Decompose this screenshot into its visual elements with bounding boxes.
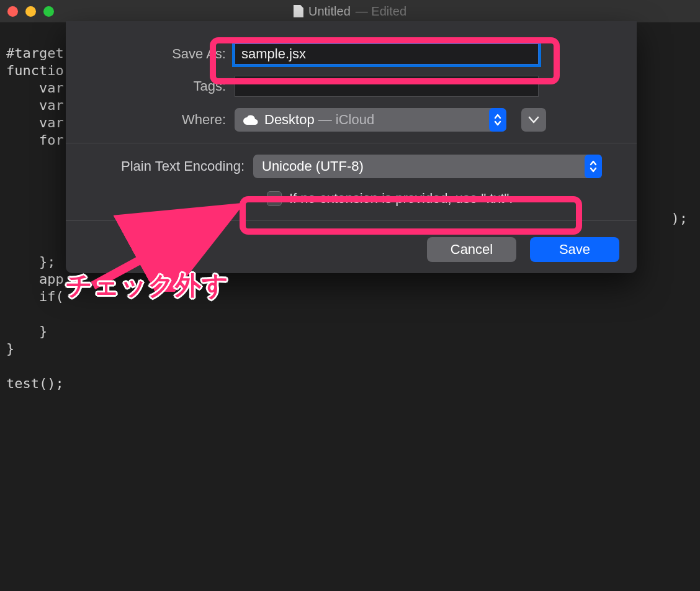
- cloud-icon: [243, 115, 258, 125]
- cancel-button[interactable]: Cancel: [427, 237, 516, 262]
- close-window-button[interactable]: [7, 6, 18, 17]
- encoding-row: Plain Text Encoding: Unicode (UTF-8): [83, 155, 619, 178]
- titlebar: Untitled — Edited: [0, 0, 700, 22]
- where-row: Where: Desktop — iCloud: [83, 108, 619, 132]
- where-stepper-icon: [489, 108, 506, 132]
- window-title-text: Untitled: [308, 4, 351, 19]
- save-as-row: Save As:: [83, 43, 619, 65]
- save-dialog-top: Save As: Tags: Where: Desktop — iCloud: [66, 21, 637, 132]
- window-edited-status: — Edited: [356, 4, 406, 19]
- save-dialog: Save As: Tags: Where: Desktop — iCloud: [66, 21, 637, 273]
- encoding-section: Plain Text Encoding: Unicode (UTF-8) If …: [66, 143, 637, 210]
- txt-extension-checkbox[interactable]: [267, 191, 282, 206]
- encoding-dropdown[interactable]: Unicode (UTF-8): [253, 155, 602, 178]
- save-button[interactable]: Save: [530, 237, 619, 262]
- tags-row: Tags:: [83, 76, 619, 97]
- where-value: Desktop: [264, 112, 315, 128]
- save-as-label: Save As:: [83, 46, 226, 62]
- dialog-button-row: Cancel Save: [66, 221, 637, 262]
- where-dropdown[interactable]: Desktop — iCloud: [235, 108, 506, 132]
- document-icon: [294, 5, 303, 17]
- minimize-window-button[interactable]: [25, 6, 36, 17]
- encoding-value: Unicode (UTF-8): [262, 158, 364, 174]
- txt-extension-label: If no extension is provided, use ".txt".: [289, 191, 513, 207]
- txt-extension-checkbox-row[interactable]: If no extension is provided, use ".txt".: [263, 187, 521, 210]
- traffic-lights: [7, 6, 54, 17]
- encoding-stepper-icon: [585, 155, 602, 178]
- window-title: Untitled — Edited: [0, 4, 700, 19]
- tags-label: Tags:: [83, 78, 226, 94]
- tags-input[interactable]: [235, 76, 539, 97]
- maximize-window-button[interactable]: [43, 6, 54, 17]
- where-subvalue: — iCloud: [318, 112, 374, 128]
- expand-folder-button[interactable]: [521, 108, 546, 132]
- encoding-label: Plain Text Encoding:: [83, 158, 245, 174]
- code-content: #target functio var var var for }; app i…: [6, 45, 64, 391]
- filename-input[interactable]: [235, 43, 539, 65]
- where-label: Where:: [83, 112, 226, 128]
- code-trailing: );: [671, 210, 688, 227]
